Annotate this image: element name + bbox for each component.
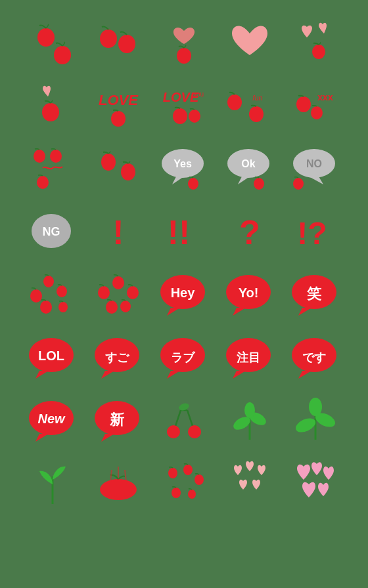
svg-marker-33	[309, 177, 323, 184]
svg-point-104	[172, 488, 181, 498]
svg-text:注目: 注目	[237, 350, 260, 364]
svg-text:Ok: Ok	[241, 158, 255, 169]
svg-marker-71	[233, 371, 246, 379]
svg-point-27	[188, 178, 198, 190]
cell-25: LOL	[20, 326, 85, 388]
svg-point-23	[121, 163, 135, 180]
cell-2	[151, 10, 217, 74]
cell-41	[85, 514, 151, 578]
svg-point-22	[101, 154, 116, 171]
svg-point-44	[57, 285, 67, 297]
cell-26: すご	[85, 326, 151, 388]
svg-text:Yo!: Yo!	[239, 285, 259, 300]
emoji-grid: LOVE LOVE you	[14, 5, 354, 583]
cell-17: !!	[151, 200, 217, 262]
cell-12: Yes	[151, 136, 217, 200]
cell-18: ?	[217, 200, 283, 262]
svg-point-13	[227, 94, 242, 110]
cell-42	[151, 514, 217, 578]
svg-point-21	[37, 176, 49, 189]
cell-44	[283, 514, 348, 578]
svg-point-46	[58, 302, 68, 312]
cell-6: LOVE	[85, 74, 151, 136]
cell-14: NO	[283, 136, 348, 200]
svg-text:すご: すご	[105, 351, 130, 364]
svg-point-48	[112, 276, 124, 289]
cell-43	[217, 514, 283, 578]
svg-point-35	[293, 178, 304, 190]
svg-text:xxx: xxx	[317, 92, 333, 102]
svg-point-1	[54, 46, 71, 64]
svg-text:新: 新	[110, 411, 125, 428]
svg-text:?: ?	[239, 213, 260, 251]
svg-point-6	[42, 103, 59, 121]
svg-marker-53	[167, 308, 180, 316]
cell-7: LOVE you	[151, 74, 217, 136]
cell-4	[283, 10, 348, 74]
cell-3	[217, 10, 283, 74]
svg-marker-68	[167, 371, 180, 379]
cell-20	[20, 262, 85, 326]
cell-24: 笑	[283, 262, 348, 326]
cell-28: 注目	[217, 326, 283, 388]
svg-point-0	[37, 28, 55, 47]
svg-marker-74	[298, 371, 311, 379]
cell-39	[283, 452, 348, 514]
svg-text:NO: NO	[306, 158, 322, 169]
svg-point-86	[167, 425, 180, 438]
svg-point-49	[127, 286, 139, 299]
cell-5	[20, 74, 85, 136]
cell-1	[85, 10, 151, 74]
svg-text:New: New	[37, 411, 66, 426]
cell-11	[85, 136, 151, 200]
svg-point-8	[111, 111, 126, 127]
svg-point-2	[100, 30, 117, 48]
svg-point-15	[249, 106, 264, 122]
cell-8: fun	[217, 74, 283, 136]
svg-point-103	[195, 474, 204, 485]
cell-35	[20, 452, 85, 514]
svg-text:LOL: LOL	[38, 348, 64, 363]
svg-text:Hey: Hey	[171, 285, 196, 300]
svg-text:you: you	[193, 91, 204, 98]
cell-22: Hey	[151, 262, 217, 326]
svg-marker-25	[172, 177, 184, 184]
svg-marker-80	[101, 434, 114, 442]
svg-text:!!: !!	[168, 213, 191, 251]
cell-33	[217, 388, 283, 452]
svg-marker-59	[298, 308, 311, 316]
svg-point-17	[296, 96, 311, 112]
cell-40	[20, 514, 85, 578]
svg-point-12	[189, 110, 200, 123]
svg-point-43	[43, 276, 54, 287]
svg-point-11	[173, 108, 187, 124]
svg-point-20	[50, 150, 62, 163]
cell-15: NG	[20, 200, 85, 262]
cell-29: です	[283, 326, 348, 388]
svg-text:NG: NG	[43, 225, 60, 238]
svg-point-4	[177, 48, 191, 64]
svg-point-51	[120, 301, 131, 312]
svg-point-97	[100, 479, 137, 500]
cell-9: xxx	[283, 74, 348, 136]
cell-19: !?	[283, 200, 348, 262]
svg-point-91	[244, 402, 255, 418]
svg-point-105	[188, 490, 196, 499]
cell-31: 新	[85, 388, 151, 452]
svg-text:笑: 笑	[306, 285, 322, 302]
cell-16: !	[85, 200, 151, 262]
cell-36	[85, 452, 151, 514]
cell-27: ラブ	[151, 326, 217, 388]
svg-marker-62	[35, 371, 49, 379]
svg-marker-77	[35, 434, 49, 442]
svg-text:です: です	[302, 351, 326, 364]
svg-point-42	[30, 289, 42, 303]
svg-point-47	[98, 286, 110, 299]
svg-point-95	[309, 398, 322, 416]
svg-point-93	[294, 415, 318, 435]
svg-text:LOVE: LOVE	[99, 92, 139, 108]
svg-point-31	[254, 178, 264, 190]
cell-37	[151, 452, 217, 514]
svg-point-50	[106, 301, 118, 314]
svg-point-101	[168, 468, 177, 478]
